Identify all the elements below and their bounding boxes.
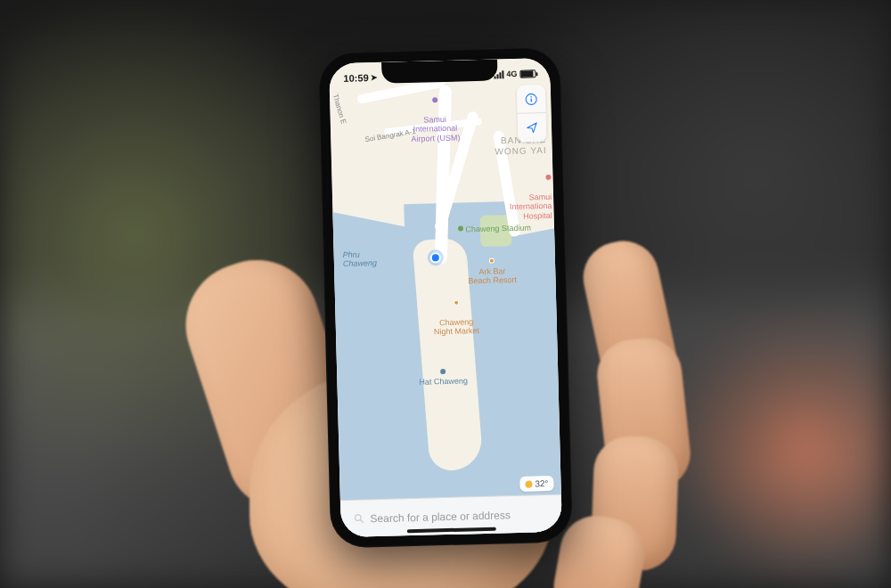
sun-icon [525,480,532,487]
phone-frame: 10:59 ➤ 4G Thanon E Soi Bangrak A-1 [318,47,573,549]
poi-airport[interactable]: Samui International Airport (USM) [410,87,461,143]
status-time: 10:59 [343,72,368,84]
road-label-thanon: Thanon E [331,93,348,125]
poi-resort[interactable]: Ark Bar Beach Resort [468,248,518,286]
bus-icon [440,369,446,374]
park-icon [458,225,463,231]
poi-market[interactable]: Chaweng Night Market [433,290,479,337]
poi-hospital[interactable]: Samui Internationa Hospital [509,165,552,221]
search-icon [353,512,364,524]
locate-me-button[interactable] [518,113,547,143]
phone-screen: 10:59 ➤ 4G Thanon E Soi Bangrak A-1 [329,58,562,537]
info-button[interactable] [517,85,546,114]
svg-point-1 [530,95,532,97]
weather-chip[interactable]: 32° [519,476,554,492]
svg-rect-2 [531,98,532,102]
airplane-icon [432,98,437,103]
notch [381,59,498,83]
map-controls [517,85,547,143]
poi-pin-icon [454,300,459,306]
poi-pin-icon [489,258,495,264]
location-services-icon: ➤ [371,73,378,82]
location-arrow-icon [525,120,539,135]
search-input[interactable] [370,508,549,525]
network-label: 4G [506,69,517,78]
info-icon [524,92,538,106]
svg-line-4 [361,520,364,523]
hospital-icon [545,175,551,180]
poi-bus[interactable]: Hat Chaweng [419,367,468,387]
temperature-label: 32° [535,478,548,488]
poi-stadium[interactable]: Chaweng Stadium [458,223,531,233]
water-label-lagoon: Phru Chaweng [343,249,378,269]
battery-icon [519,69,535,78]
